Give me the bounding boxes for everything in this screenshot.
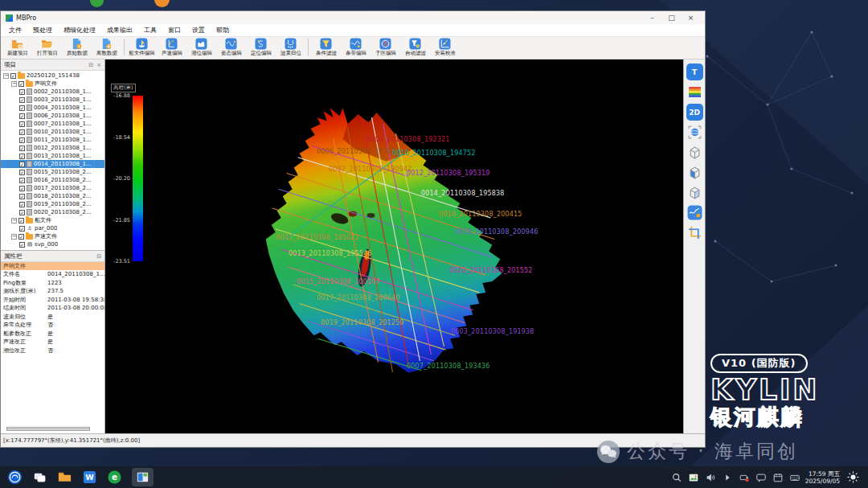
checkbox[interactable]: ✓ (19, 129, 25, 135)
checkbox[interactable]: ✓ (19, 154, 25, 159)
toolbar-button-svp[interactable]: 声速编辑 (157, 38, 186, 56)
close-panel-icon[interactable]: × (96, 62, 101, 68)
tree-item-0003_20110308_1-[interactable]: ✓0003_20110308_1... (1, 96, 104, 104)
region-select-icon[interactable] (686, 224, 703, 241)
menu-item-4[interactable]: 工具 (138, 26, 162, 35)
cube-view-front-icon[interactable] (686, 144, 703, 161)
checkbox[interactable]: ✓ (19, 242, 25, 248)
expander-icon[interactable]: − (11, 218, 17, 223)
checkbox[interactable]: ✓ (19, 137, 25, 143)
checkbox[interactable]: ✓ (19, 97, 25, 103)
tree-item-0020_20110308_2-[interactable]: ✓0020_20110308_2... (1, 208, 104, 216)
pin-icon[interactable]: ⊟ (88, 62, 93, 68)
checkbox[interactable]: ✓ (10, 73, 16, 79)
checkbox[interactable]: ✓ (19, 186, 25, 191)
menu-item-7[interactable]: 帮助 (211, 26, 235, 35)
expander-icon[interactable]: − (11, 234, 17, 240)
tree-item--[interactable]: −✓声速文件 (1, 232, 104, 240)
tree-item-0007_20110308_1-[interactable]: ✓0007_20110308_1... (1, 120, 104, 128)
tree-item-0015_20110308_2-[interactable]: ✓0015_20110308_2... (1, 168, 104, 176)
toolbar-button-attitude[interactable]: 姿态编辑 (216, 38, 246, 56)
checkbox[interactable]: ✓ (19, 105, 25, 111)
menu-item-6[interactable]: 设置 (186, 26, 211, 35)
tree-item-0004_20110308_1-[interactable]: ✓0004_20110308_1... (1, 104, 104, 112)
checkbox[interactable]: ✓ (19, 170, 25, 175)
tree-item-0011_20110308_1-[interactable]: ✓0011_20110308_1... (1, 136, 104, 144)
tree-item-par_000[interactable]: ✓⚓par_000 (1, 224, 104, 232)
toolbar-button-position[interactable]: 定位编辑 (246, 38, 276, 56)
toolbar-button-tide[interactable]: 潮位编辑 (186, 38, 216, 56)
checkbox[interactable]: ✓ (19, 89, 25, 95)
checkbox[interactable]: ✓ (18, 81, 24, 87)
tree-item-0016_20110308_2-[interactable]: ✓0016_20110308_2... (1, 176, 104, 184)
checkbox[interactable]: ✓ (19, 146, 25, 151)
toolbar-button-subarea[interactable]: 子区编辑 (371, 38, 400, 56)
menu-item-1[interactable]: 预处理 (27, 26, 58, 35)
toolbar-button-filter[interactable]: 条件滤波 (311, 38, 341, 56)
toolbar-button-ship[interactable]: 船文件编辑 (127, 38, 157, 56)
colormap-icon[interactable] (686, 84, 703, 100)
expander-icon[interactable]: − (11, 81, 17, 87)
chat-icon[interactable] (755, 472, 767, 483)
toolbar-button-autofilter[interactable]: 自动滤波 (400, 38, 430, 56)
expand-arrow-icon[interactable] (722, 472, 733, 483)
toolbar-button-folder-open[interactable]: 打开项目 (32, 38, 62, 56)
tree-item-0010_20110308_1-[interactable]: ✓0010_20110308_1... (1, 128, 104, 136)
input-method-icon[interactable] (789, 472, 800, 483)
pin-icon[interactable]: ⊟ (96, 253, 101, 260)
close-button[interactable]: × (686, 13, 695, 23)
toolbar-button-calib[interactable]: 安装校准 (430, 38, 460, 56)
tree-item--[interactable]: −✓声呐文件 (1, 80, 104, 88)
menu-item-0[interactable]: 文件 (3, 26, 27, 35)
device-icon[interactable] (739, 472, 750, 483)
toolbar-button-beam[interactable]: 波束归位 (276, 38, 305, 56)
night-light-icon[interactable] (846, 470, 860, 484)
rotate-3d-icon[interactable] (686, 124, 703, 141)
label-settings-icon[interactable]: T (686, 64, 703, 80)
file-manager-icon[interactable] (57, 470, 72, 485)
tree-item-0019_20110308_2-[interactable]: ✓0019_20110308_2... (1, 200, 104, 208)
tree-item-svp_000[interactable]: ✓▤svp_000 (1, 240, 104, 248)
show-desktop-icon[interactable] (32, 470, 47, 485)
minimize-button[interactable]: – (648, 13, 657, 23)
checkbox[interactable]: ✓ (18, 234, 24, 240)
expander-icon[interactable]: − (3, 73, 9, 79)
cube-view-side-icon[interactable] (686, 164, 703, 181)
toolbar-button-folder-new[interactable]: 新建项目 (2, 38, 32, 56)
tree-item-0018_20110308_2-[interactable]: ✓0018_20110308_2... (1, 192, 104, 200)
maximize-button[interactable]: □ (667, 13, 676, 23)
calendar-icon[interactable] (772, 472, 784, 483)
progress-bar[interactable] (6, 427, 90, 431)
bathymetry-3d-view[interactable]: 高程(米) -16.88-18.54-20.20-21.85-23.51 000… (105, 59, 683, 433)
checkbox[interactable]: ✓ (19, 226, 25, 232)
tree-item-0006_20110308_1-[interactable]: ✓0006_20110308_1... (1, 112, 104, 120)
menu-item-3[interactable]: 成果输出 (101, 26, 138, 35)
checkbox[interactable]: ✓ (19, 113, 25, 119)
menu-item-5[interactable]: 窗口 (162, 26, 186, 35)
checkbox[interactable]: ✓ (19, 210, 25, 215)
tree-item-0012_20110308_1-[interactable]: ✓0012_20110308_1... (1, 144, 104, 152)
toolbar-button-doc-raw[interactable]: 原始数据 (62, 38, 92, 56)
checkbox[interactable]: ✓ (19, 121, 25, 127)
tree-item-0017_20110308_2-[interactable]: ✓0017_20110308_2... (1, 184, 104, 192)
screenshot-icon[interactable] (688, 472, 699, 483)
toolbar-button-doc-scatter[interactable]: 离散数据 (92, 38, 121, 56)
tree-item-0014_20110308_1-[interactable]: ✓0014_20110308_1... (1, 160, 104, 168)
menu-item-2[interactable]: 精细化处理 (58, 26, 101, 35)
checkbox[interactable]: ✓ (19, 202, 25, 207)
sounding-display-icon[interactable] (686, 204, 703, 221)
tree-item--[interactable]: −✓船文件 (1, 216, 104, 224)
cube-view-back-icon[interactable] (686, 184, 703, 201)
toolbar-button-strip[interactable]: 条带编辑 (341, 38, 371, 56)
start-icon[interactable] (7, 470, 23, 485)
checkbox[interactable]: ✓ (19, 178, 25, 183)
checkbox[interactable]: ✓ (19, 194, 25, 199)
view-2d-icon[interactable]: 2D (686, 104, 703, 121)
search-icon[interactable] (671, 472, 682, 483)
volume-icon[interactable] (705, 472, 716, 483)
tree-item-0013_20110308_1-[interactable]: ✓0013_20110308_1... (1, 152, 104, 160)
checkbox[interactable]: ✓ (19, 162, 25, 167)
checkbox[interactable]: ✓ (18, 218, 24, 223)
taskbar-clock[interactable]: 17:59 周五 2025/09/05 (805, 470, 840, 485)
browser-icon[interactable]: e (107, 470, 122, 485)
